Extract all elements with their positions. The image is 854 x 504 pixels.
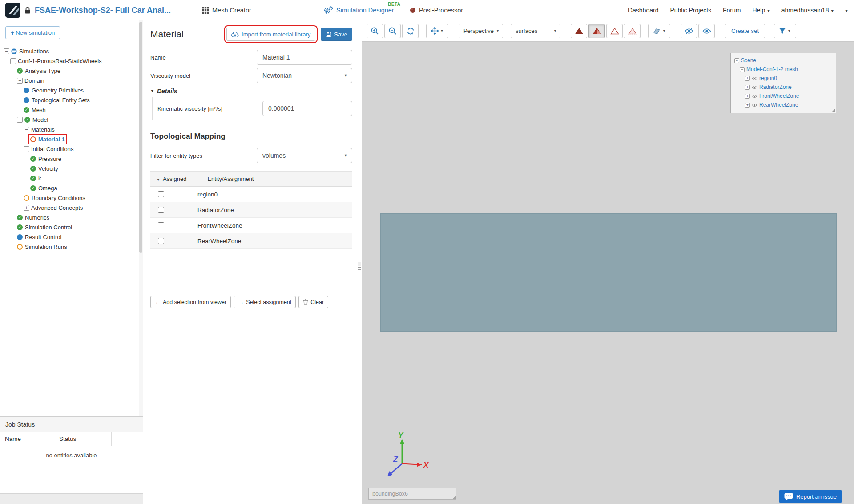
zoom-in-button[interactable] bbox=[367, 24, 383, 38]
table-row[interactable]: region0 bbox=[150, 187, 352, 202]
project-title[interactable]: FSAE-Workshop-S2- Full Car Anal... bbox=[35, 6, 171, 15]
tree-item-boundary-conditions[interactable]: Boundary Conditions bbox=[0, 193, 139, 203]
collapse-icon[interactable] bbox=[10, 58, 16, 64]
tree-item-label: Geometry Primitives bbox=[32, 87, 84, 94]
collapse-icon[interactable] bbox=[17, 78, 23, 84]
table-row[interactable]: RadiatorZone bbox=[150, 202, 352, 218]
render-mode-select[interactable]: surfaces bbox=[511, 24, 560, 38]
tree-item-result-control[interactable]: Result Control bbox=[0, 232, 139, 242]
tree-item-simulation-control[interactable]: Simulation Control bbox=[0, 222, 139, 232]
filter-dropdown[interactable] bbox=[774, 24, 796, 38]
clear-button[interactable]: Clear bbox=[298, 296, 328, 308]
tree-item-k[interactable]: k bbox=[0, 173, 139, 183]
import-material-library-button[interactable]: Import from material library bbox=[226, 28, 315, 41]
tree-item-velocity[interactable]: Velocity bbox=[0, 164, 139, 173]
assign-checkbox[interactable] bbox=[158, 222, 164, 228]
tab-post-processor[interactable]: Post-Processor bbox=[410, 0, 463, 20]
render-wireframe-button[interactable] bbox=[606, 24, 623, 38]
material-name-input[interactable] bbox=[257, 50, 352, 65]
scrollbar-thumb[interactable] bbox=[139, 22, 142, 253]
nav-help-menu[interactable]: Help bbox=[752, 7, 769, 14]
scene-mesh-node[interactable]: Model-Conf-1-2 mesh bbox=[734, 65, 832, 74]
expand-icon[interactable] bbox=[24, 205, 29, 211]
tree-item-topological-entity-sets[interactable]: Topological Entity Sets bbox=[0, 95, 139, 105]
create-set-button[interactable]: Create set bbox=[725, 24, 765, 38]
tree-item-mesh[interactable]: Mesh bbox=[0, 105, 139, 115]
collapse-icon[interactable] bbox=[740, 67, 745, 72]
expand-icon[interactable] bbox=[745, 94, 750, 99]
render-solid-edges-button[interactable] bbox=[588, 24, 605, 38]
nav-user-menu[interactable]: ahmedhussain18 bbox=[781, 7, 834, 14]
tree-item-numerics[interactable]: Numerics bbox=[0, 212, 139, 222]
expand-icon[interactable] bbox=[745, 85, 750, 90]
render-transparent-button[interactable] bbox=[624, 24, 640, 38]
table-row[interactable]: RearWheelZone bbox=[150, 233, 352, 249]
scene-node-radiatorzone[interactable]: RadiatorZone bbox=[734, 83, 832, 92]
projection-select[interactable]: Perspective bbox=[459, 24, 503, 38]
tree-item-geometry-primitives[interactable]: Geometry Primitives bbox=[0, 85, 139, 95]
entity-column-header[interactable]: Entity/Assignment bbox=[207, 176, 254, 182]
nav-forum[interactable]: Forum bbox=[723, 7, 741, 14]
nav-public-projects[interactable]: Public Projects bbox=[670, 7, 711, 14]
tab-simulation-designer[interactable]: Simulation Designer bbox=[323, 0, 394, 20]
tree-item-material-1[interactable]: Material 1 bbox=[0, 134, 139, 144]
tree-item-simulation-runs[interactable]: Simulation Runs bbox=[0, 242, 139, 252]
new-simulation-button[interactable]: New simulation bbox=[5, 26, 60, 39]
assign-checkbox[interactable] bbox=[158, 238, 164, 244]
tree-item-advanced-concepts[interactable]: Advanced Concepts bbox=[0, 203, 139, 212]
expand-icon[interactable] bbox=[745, 76, 750, 81]
sort-caret-icon[interactable] bbox=[150, 176, 163, 182]
collapse-icon[interactable] bbox=[4, 48, 9, 54]
tree-item-pressure[interactable]: Pressure bbox=[0, 154, 139, 164]
tree-item-conf-1-porousrad-staticwheels[interactable]: Conf-1-PorousRad-StaticWheels bbox=[0, 56, 139, 66]
save-button[interactable]: Save bbox=[321, 28, 352, 41]
panel-resize-grip[interactable] bbox=[358, 262, 361, 271]
speech-bubble-icon bbox=[784, 493, 793, 500]
nav-dropdown-caret[interactable] bbox=[845, 7, 848, 14]
bounding-box-name-input[interactable] bbox=[368, 488, 456, 500]
details-collapse-header[interactable]: Details bbox=[150, 88, 352, 95]
hide-selection-button[interactable] bbox=[681, 24, 697, 38]
entity-type-filter-select[interactable]: volumes bbox=[257, 148, 352, 163]
select-assignment-button[interactable]: Select assignment bbox=[234, 296, 296, 308]
collapse-icon[interactable] bbox=[24, 146, 29, 152]
scene-root-node[interactable]: Scene bbox=[734, 56, 832, 65]
kinematic-viscosity-input[interactable] bbox=[262, 101, 352, 116]
visibility-eye-icon[interactable] bbox=[752, 103, 757, 107]
tree-item-domain[interactable]: Domain bbox=[0, 76, 139, 85]
viewer-canvas[interactable]: Scene Model-Conf-1-2 mesh region0 Radiat… bbox=[362, 42, 854, 504]
pan-mode-dropdown[interactable] bbox=[426, 24, 448, 38]
tree-item-omega[interactable]: Omega bbox=[0, 183, 139, 193]
expand-icon[interactable] bbox=[745, 103, 750, 108]
show-all-button[interactable] bbox=[698, 24, 715, 38]
visibility-eye-icon[interactable] bbox=[752, 85, 757, 89]
report-issue-button[interactable]: Report an issue bbox=[779, 490, 842, 503]
scene-node-region0[interactable]: region0 bbox=[734, 74, 832, 83]
assign-checkbox[interactable] bbox=[158, 207, 164, 213]
visibility-eye-icon[interactable] bbox=[752, 94, 757, 98]
collapse-icon[interactable] bbox=[24, 127, 29, 132]
table-row[interactable]: FrontWheelZone bbox=[150, 218, 352, 233]
assign-checkbox[interactable] bbox=[158, 191, 164, 197]
refresh-view-button[interactable] bbox=[402, 24, 419, 38]
nav-dashboard[interactable]: Dashboard bbox=[628, 7, 659, 14]
assigned-column-header[interactable]: Assigned bbox=[163, 176, 186, 182]
collapse-icon[interactable] bbox=[17, 117, 23, 123]
scene-node-rearwheelzone[interactable]: RearWheelZone bbox=[734, 100, 832, 109]
tree-item-initial-conditions[interactable]: Initial Conditions bbox=[0, 144, 139, 154]
collapse-icon[interactable] bbox=[734, 58, 739, 63]
add-selection-from-viewer-button[interactable]: Add selection from viewer bbox=[150, 296, 231, 308]
visibility-eye-icon[interactable] bbox=[752, 76, 757, 80]
render-solid-button[interactable] bbox=[571, 24, 587, 38]
app-logo-icon[interactable] bbox=[5, 3, 20, 18]
mesh-bounding-box[interactable] bbox=[380, 213, 837, 332]
tree-item-model[interactable]: Model bbox=[0, 115, 139, 124]
tree-item-simulations[interactable]: Simulations bbox=[0, 46, 139, 56]
clip-plane-dropdown[interactable] bbox=[648, 24, 670, 38]
tree-item-materials[interactable]: Materials bbox=[0, 124, 139, 134]
zoom-out-button[interactable] bbox=[384, 24, 401, 38]
scene-node-frontwheelzone[interactable]: FrontWheelZone bbox=[734, 92, 832, 100]
tab-mesh-creator[interactable]: Mesh Creator bbox=[202, 0, 251, 20]
viscosity-model-select[interactable]: Newtonian bbox=[257, 68, 352, 83]
tree-item-analysis-type[interactable]: Analysis Type bbox=[0, 66, 139, 76]
